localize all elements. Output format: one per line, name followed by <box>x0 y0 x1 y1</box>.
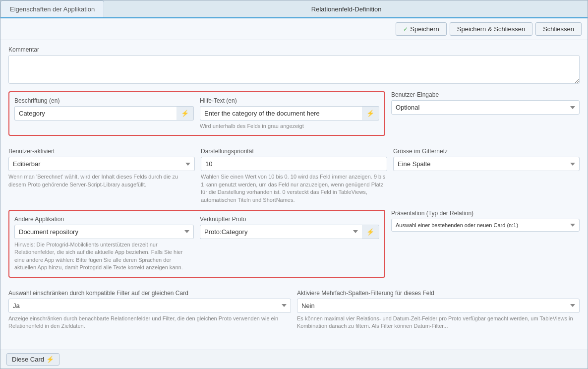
hilfe-text-input[interactable] <box>200 106 362 121</box>
aktiviere-mehrfach-select[interactable]: Nein Ja <box>297 299 580 313</box>
toolbar: ✓ Speichern Speichern & Schliessen Schli… <box>0 18 588 40</box>
groesse-group: Grösse im Gitternetz Eine Spalte Zwei Sp… <box>393 148 580 204</box>
andere-applikation-select[interactable]: Document repository <box>14 225 194 239</box>
kommentar-input[interactable] <box>8 55 580 84</box>
tab-eigenschaften[interactable]: Eigenschaften der Applikation <box>0 0 104 17</box>
hilfe-text-input-wrapper: ⚡ <box>200 106 379 121</box>
hilfe-text-group: Hilfe-Text (en) ⚡ Wird unterhalb des Fel… <box>200 97 379 130</box>
bolt-icon: ⚡ <box>181 110 189 117</box>
benutzer-aktiviert-group: Benutzer-aktiviert Editierbar Berechnet … <box>8 148 195 204</box>
beschriftung-group: Beschriftung (en) ⚡ <box>14 97 194 130</box>
benutzer-aktiviert-hint: Wenn man 'Berechnet' wählt, wird der Inh… <box>8 173 195 188</box>
bolt-icon: ⚡ <box>366 110 374 117</box>
aktiviere-mehrfach-hint: Es können maximal vier Relations- und Da… <box>297 315 580 330</box>
verknuepfter-proto-bolt-button[interactable]: ⚡ <box>362 225 379 239</box>
beschriftung-bolt-button[interactable]: ⚡ <box>176 106 194 121</box>
hilfe-text-hint: Wird unterhalb des Felds in grau angezei… <box>200 123 379 130</box>
page-title: Relationenfeld-Definition <box>105 0 588 17</box>
praesentation-label: Präsentation (Typ der Relation) <box>391 210 580 217</box>
darstellungsprioritaet-label: Darstellungspriorität <box>201 148 387 155</box>
hilfe-text-label: Hilfe-Text (en) <box>200 97 379 104</box>
kommentar-label: Kommentar <box>8 46 580 53</box>
verknuepfter-proto-select[interactable]: Proto:Category <box>200 225 362 239</box>
praesentation-select[interactable]: Auswahl einer bestehenden oder neuen Car… <box>391 219 580 232</box>
groesse-label: Grösse im Gitternetz <box>393 148 580 155</box>
benutzer-aktiviert-select[interactable]: Editierbar Berechnet Schreibgeschützt <box>8 157 195 171</box>
groesse-select[interactable]: Eine Spalte Zwei Spalten Drei Spalten <box>393 157 580 171</box>
check-icon: ✓ <box>403 26 408 33</box>
tab-bar: Eigenschaften der Applikation Relationen… <box>0 0 588 18</box>
benutzer-eingabe-group: Benutzer-Eingabe Optional Pflicht Schrei… <box>391 91 580 142</box>
andere-applikation-hint: Hinweis: Die Protogrid-Mobilclients unte… <box>14 241 194 272</box>
bottom-bar: Diese Card ⚡ <box>0 350 588 369</box>
beschriftung-label: Beschriftung (en) <box>14 97 194 104</box>
benutzer-eingabe-select[interactable]: Optional Pflicht Schreibgeschützt <box>391 100 580 115</box>
auswahl-einschraenken-group: Auswahl einschränken durch kompatible Fi… <box>8 290 291 330</box>
tab-eigenschaften-label: Eigenschaften der Applikation <box>10 5 95 13</box>
hilfe-text-bolt-button[interactable]: ⚡ <box>362 106 379 121</box>
save-button[interactable]: ✓ Speichern <box>396 22 447 36</box>
andere-applikation-label: Andere Applikation <box>14 216 194 223</box>
auswahl-einschraenken-hint: Anzeige einschränken durch benachbarte R… <box>8 315 291 330</box>
andere-applikation-group: Andere Applikation Document repository H… <box>14 216 194 272</box>
verknuepfter-proto-group: Verknüpfter Proto Proto:Category ⚡ <box>200 216 379 272</box>
bolt-icon: ⚡ <box>366 228 374 236</box>
close-button[interactable]: Schliessen <box>535 22 582 36</box>
benutzer-aktiviert-label: Benutzer-aktiviert <box>8 148 195 155</box>
aktiviere-mehrfach-group: Aktiviere Mehrfach-Spalten-Filterung für… <box>297 290 580 330</box>
aktiviere-mehrfach-label: Aktiviere Mehrfach-Spalten-Filterung für… <box>297 290 580 297</box>
save-close-button[interactable]: Speichern & Schliessen <box>450 22 532 36</box>
beschriftung-input-wrapper: ⚡ <box>14 106 194 121</box>
darstellungsprioritaet-group: Darstellungspriorität Wählen Sie einen W… <box>201 148 387 204</box>
darstellungsprioritaet-hint: Wählen Sie einen Wert von 10 bis 0. 10 w… <box>201 173 387 204</box>
darstellungsprioritaet-input[interactable] <box>201 157 387 171</box>
auswahl-einschraenken-label: Auswahl einschränken durch kompatible Fi… <box>8 290 291 297</box>
benutzer-eingabe-label: Benutzer-Eingabe <box>391 91 580 98</box>
kommentar-group: Kommentar <box>8 46 580 85</box>
diese-card-button[interactable]: Diese Card ⚡ <box>6 353 59 366</box>
praesentation-group: Präsentation (Typ der Relation) Auswahl … <box>391 210 580 232</box>
verknuepfter-proto-label: Verknüpfter Proto <box>200 216 379 223</box>
beschriftung-hilfe-section: Beschriftung (en) ⚡ Hilfe-Text (en) ⚡ <box>8 91 385 136</box>
beschriftung-input[interactable] <box>14 106 176 121</box>
app-window: Eigenschaften der Applikation Relationen… <box>0 0 588 369</box>
auswahl-einschraenken-select[interactable]: Ja Nein <box>8 299 291 313</box>
content-area: Kommentar Beschriftung (en) ⚡ <box>0 40 588 350</box>
andere-app-section: Andere Applikation Document repository H… <box>8 210 385 278</box>
verknuepfter-proto-wrapper: Proto:Category ⚡ <box>200 225 379 239</box>
